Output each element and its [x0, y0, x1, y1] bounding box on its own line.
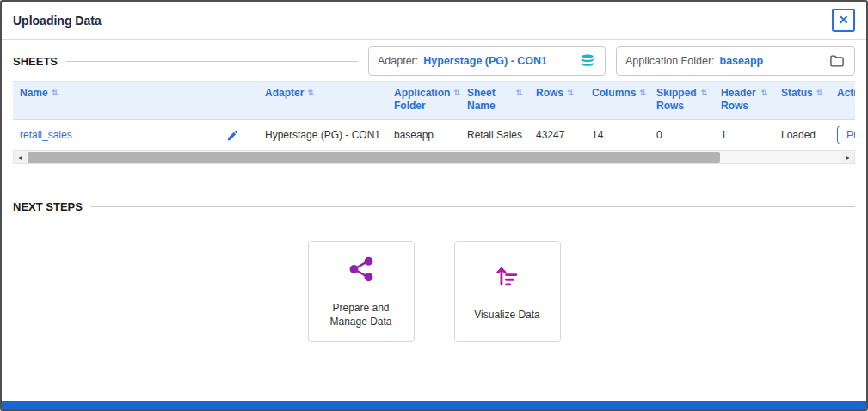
cell-header-rows: 1 [714, 120, 774, 151]
column-header-sheet-name[interactable]: Sheet Name⇅ [460, 82, 529, 120]
sheets-table-container: Name⇅ Adapter⇅ Application Folder⇅ Sheet… [13, 81, 855, 164]
section-divider [91, 206, 855, 207]
sort-icon: ⇅ [816, 87, 823, 98]
card-label: Prepare and Manage Data [309, 301, 414, 328]
column-header-header-rows[interactable]: Header Rows⇅ [714, 82, 774, 120]
adapter-selector[interactable]: Adapter: Hyperstage (PG) - CON1 [368, 46, 606, 76]
cell-columns: 14 [585, 120, 649, 151]
cell-application-folder: baseapp [387, 120, 460, 151]
column-header-application-folder[interactable]: Application Folder⇅ [387, 82, 460, 120]
sort-icon: ⇅ [515, 87, 522, 98]
card-label: Visualize Data [469, 308, 545, 322]
sheets-section-label: SHEETS [13, 55, 58, 68]
next-steps-cards: Prepare and Manage Data Visualize Data [13, 241, 855, 342]
cell-adapter: Hyperstage (PG) - CON1 [258, 120, 387, 151]
cell-actions: Preview [830, 120, 855, 151]
scroll-left-arrow-icon[interactable]: ◄ [14, 151, 27, 163]
column-header-rows[interactable]: Rows⇅ [529, 82, 585, 120]
table-header-row: Name⇅ Adapter⇅ Application Folder⇅ Sheet… [13, 82, 855, 120]
column-header-status[interactable]: Status⇅ [774, 82, 830, 120]
application-folder-label: Application Folder: [625, 55, 715, 67]
dialog-content: SHEETS Adapter: Hyperstage (PG) - CON1 A… [2, 40, 866, 342]
sort-icon: ⇅ [567, 87, 574, 98]
prepare-and-manage-data-card[interactable]: Prepare and Manage Data [308, 241, 415, 342]
visualize-data-card[interactable]: Visualize Data [454, 241, 561, 342]
cell-sheet-name: Retail Sales [460, 120, 529, 151]
cell-name: retail_sales [13, 120, 258, 151]
column-header-columns[interactable]: Columns⇅ [585, 82, 649, 120]
uploading-data-dialog: Uploading Data ✕ SHEETS Adapter: Hyperst… [0, 0, 868, 411]
application-folder-selector[interactable]: Application Folder: baseapp [616, 46, 855, 76]
sort-icon: ⇅ [760, 87, 767, 98]
share-icon [347, 255, 376, 287]
scrollbar-track[interactable] [27, 151, 841, 163]
sort-icon: ⇅ [307, 87, 314, 98]
sort-icon: ⇅ [700, 87, 707, 98]
cell-status: Loaded [774, 120, 830, 151]
column-header-skipped-rows[interactable]: Skipped Rows⇅ [649, 82, 714, 120]
horizontal-scrollbar: ◄ ► [13, 151, 855, 164]
next-steps-section-label: NEXT STEPS [13, 200, 83, 213]
sort-icon: ⇅ [639, 87, 646, 98]
sort-icon: ⇅ [453, 87, 460, 98]
cell-rows: 43247 [529, 120, 585, 151]
column-header-actions[interactable]: Actions⇅ [830, 82, 855, 120]
scrollbar-thumb[interactable] [28, 152, 720, 163]
dialog-titlebar: Uploading Data ✕ [2, 2, 866, 40]
column-header-name[interactable]: Name⇅ [13, 82, 258, 120]
edit-pencil-icon[interactable] [226, 129, 239, 142]
scroll-right-arrow-icon[interactable]: ► [841, 151, 854, 163]
sort-icon: ⇅ [52, 87, 58, 98]
folder-icon [828, 52, 846, 70]
dialog-bottom-accent-bar [2, 401, 866, 409]
cell-skipped-rows: 0 [649, 120, 714, 151]
sheet-name-link[interactable]: retail_sales [20, 129, 72, 141]
chart-icon [493, 261, 522, 294]
database-icon [579, 52, 596, 70]
application-folder-value: baseapp [720, 55, 764, 67]
table-row: retail_sales Hyperstage (PG) - CON1 base… [13, 120, 855, 151]
sheets-table: Name⇅ Adapter⇅ Application Folder⇅ Sheet… [13, 81, 855, 151]
dialog-title: Uploading Data [13, 14, 102, 28]
sheets-section-row: SHEETS Adapter: Hyperstage (PG) - CON1 A… [13, 46, 855, 76]
adapter-label: Adapter: [378, 55, 418, 67]
next-steps-section-row: NEXT STEPS [13, 200, 855, 213]
section-divider [66, 61, 358, 62]
adapter-value: Hyperstage (PG) - CON1 [423, 55, 547, 67]
column-header-adapter[interactable]: Adapter⇅ [258, 82, 387, 120]
preview-button[interactable]: Preview [837, 126, 855, 144]
close-button[interactable]: ✕ [832, 9, 855, 32]
